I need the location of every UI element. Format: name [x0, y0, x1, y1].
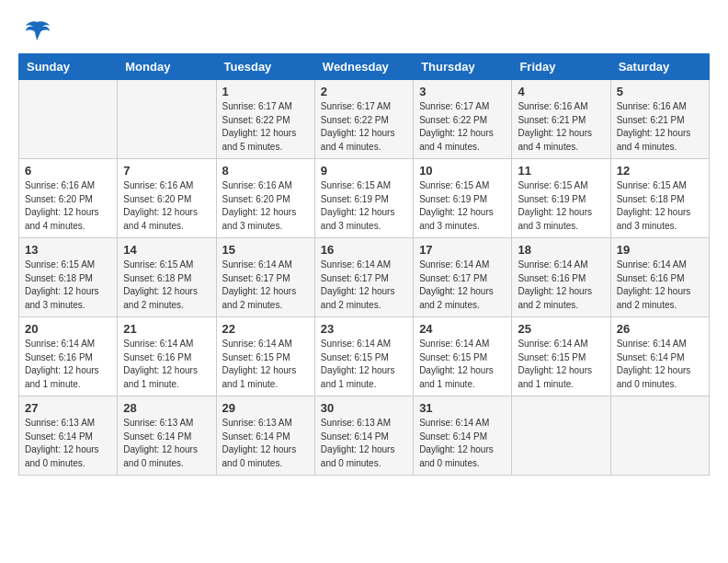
- calendar-cell: [118, 80, 216, 159]
- day-number: 9: [321, 164, 407, 178]
- day-info: Sunrise: 6:16 AM Sunset: 6:21 PM Dayligh…: [518, 100, 604, 154]
- calendar-cell: 15Sunrise: 6:14 AM Sunset: 6:17 PM Dayli…: [216, 238, 314, 317]
- day-info: Sunrise: 6:14 AM Sunset: 6:14 PM Dayligh…: [419, 417, 506, 470]
- day-number: 2: [321, 85, 407, 98]
- calendar-body: 1Sunrise: 6:17 AM Sunset: 6:22 PM Daylig…: [19, 80, 710, 476]
- day-number: 3: [419, 85, 506, 98]
- calendar-week-row: 20Sunrise: 6:14 AM Sunset: 6:16 PM Dayli…: [19, 317, 710, 396]
- weekday-header-tuesday: Tuesday: [216, 54, 314, 80]
- calendar-cell: 2Sunrise: 6:17 AM Sunset: 6:22 PM Daylig…: [314, 80, 413, 159]
- logo: [18, 18, 51, 44]
- day-info: Sunrise: 6:13 AM Sunset: 6:14 PM Dayligh…: [222, 417, 309, 470]
- day-number: 10: [419, 164, 506, 178]
- weekday-header-thursday: Thursday: [414, 54, 512, 80]
- day-info: Sunrise: 6:14 AM Sunset: 6:16 PM Dayligh…: [25, 338, 111, 391]
- day-number: 13: [25, 243, 111, 257]
- weekday-header-wednesday: Wednesday: [314, 54, 413, 80]
- day-info: Sunrise: 6:17 AM Sunset: 6:22 PM Dayligh…: [321, 100, 407, 154]
- calendar-cell: 13Sunrise: 6:15 AM Sunset: 6:18 PM Dayli…: [19, 238, 118, 317]
- logo-bird-icon: [22, 18, 51, 44]
- day-info: Sunrise: 6:14 AM Sunset: 6:14 PM Dayligh…: [617, 338, 703, 391]
- day-number: 25: [518, 322, 604, 336]
- calendar-cell: 4Sunrise: 6:16 AM Sunset: 6:21 PM Daylig…: [512, 80, 610, 159]
- day-info: Sunrise: 6:15 AM Sunset: 6:19 PM Dayligh…: [321, 179, 407, 233]
- calendar-cell: 20Sunrise: 6:14 AM Sunset: 6:16 PM Dayli…: [19, 317, 118, 396]
- calendar-cell: 23Sunrise: 6:14 AM Sunset: 6:15 PM Dayli…: [314, 317, 413, 396]
- day-number: 6: [25, 164, 111, 178]
- day-number: 19: [617, 243, 703, 257]
- day-info: Sunrise: 6:17 AM Sunset: 6:22 PM Dayligh…: [419, 100, 506, 154]
- calendar-cell: 28Sunrise: 6:13 AM Sunset: 6:14 PM Dayli…: [118, 396, 216, 476]
- day-info: Sunrise: 6:15 AM Sunset: 6:18 PM Dayligh…: [123, 259, 210, 312]
- day-number: 5: [617, 85, 703, 98]
- day-info: Sunrise: 6:16 AM Sunset: 6:20 PM Dayligh…: [222, 179, 309, 233]
- day-info: Sunrise: 6:17 AM Sunset: 6:22 PM Dayligh…: [222, 100, 309, 154]
- day-number: 22: [222, 322, 309, 336]
- day-number: 16: [321, 243, 407, 257]
- day-info: Sunrise: 6:16 AM Sunset: 6:20 PM Dayligh…: [123, 179, 210, 233]
- calendar-cell: 30Sunrise: 6:13 AM Sunset: 6:14 PM Dayli…: [314, 396, 413, 476]
- calendar-cell: 7Sunrise: 6:16 AM Sunset: 6:20 PM Daylig…: [118, 159, 216, 238]
- calendar-cell: 1Sunrise: 6:17 AM Sunset: 6:22 PM Daylig…: [216, 80, 314, 159]
- calendar-cell: 29Sunrise: 6:13 AM Sunset: 6:14 PM Dayli…: [216, 396, 314, 476]
- day-info: Sunrise: 6:14 AM Sunset: 6:16 PM Dayligh…: [123, 338, 210, 391]
- calendar-week-row: 13Sunrise: 6:15 AM Sunset: 6:18 PM Dayli…: [19, 238, 710, 317]
- calendar-cell: 24Sunrise: 6:14 AM Sunset: 6:15 PM Dayli…: [414, 317, 512, 396]
- day-number: 12: [617, 164, 703, 178]
- day-info: Sunrise: 6:14 AM Sunset: 6:17 PM Dayligh…: [222, 259, 309, 312]
- day-number: 15: [222, 243, 309, 257]
- day-number: 24: [419, 322, 506, 336]
- day-info: Sunrise: 6:14 AM Sunset: 6:17 PM Dayligh…: [321, 259, 407, 312]
- calendar-cell: 14Sunrise: 6:15 AM Sunset: 6:18 PM Dayli…: [118, 238, 216, 317]
- calendar-cell: 27Sunrise: 6:13 AM Sunset: 6:14 PM Dayli…: [19, 396, 118, 476]
- day-number: 4: [518, 85, 604, 98]
- calendar-cell: 5Sunrise: 6:16 AM Sunset: 6:21 PM Daylig…: [610, 80, 709, 159]
- calendar-cell: 22Sunrise: 6:14 AM Sunset: 6:15 PM Dayli…: [216, 317, 314, 396]
- calendar-cell: 11Sunrise: 6:15 AM Sunset: 6:19 PM Dayli…: [512, 159, 610, 238]
- calendar-cell: 9Sunrise: 6:15 AM Sunset: 6:19 PM Daylig…: [314, 159, 413, 238]
- calendar-table: SundayMondayTuesdayWednesdayThursdayFrid…: [18, 53, 710, 476]
- calendar-week-row: 1Sunrise: 6:17 AM Sunset: 6:22 PM Daylig…: [19, 80, 710, 159]
- day-info: Sunrise: 6:14 AM Sunset: 6:16 PM Dayligh…: [518, 259, 604, 312]
- day-info: Sunrise: 6:14 AM Sunset: 6:15 PM Dayligh…: [222, 338, 309, 391]
- day-info: Sunrise: 6:16 AM Sunset: 6:20 PM Dayligh…: [25, 179, 111, 233]
- day-number: 18: [518, 243, 604, 257]
- calendar-cell: 19Sunrise: 6:14 AM Sunset: 6:16 PM Dayli…: [610, 238, 709, 317]
- day-number: 23: [321, 322, 407, 336]
- day-number: 7: [123, 164, 210, 178]
- day-info: Sunrise: 6:14 AM Sunset: 6:17 PM Dayligh…: [419, 259, 506, 312]
- day-info: Sunrise: 6:14 AM Sunset: 6:16 PM Dayligh…: [617, 259, 703, 312]
- day-number: 30: [321, 401, 407, 415]
- weekday-header-sunday: Sunday: [19, 54, 118, 80]
- calendar-cell: 25Sunrise: 6:14 AM Sunset: 6:15 PM Dayli…: [512, 317, 610, 396]
- day-number: 14: [123, 243, 210, 257]
- day-info: Sunrise: 6:15 AM Sunset: 6:18 PM Dayligh…: [617, 179, 703, 233]
- calendar-cell: 18Sunrise: 6:14 AM Sunset: 6:16 PM Dayli…: [512, 238, 610, 317]
- calendar-cell: 31Sunrise: 6:14 AM Sunset: 6:14 PM Dayli…: [414, 396, 512, 476]
- calendar-cell: 8Sunrise: 6:16 AM Sunset: 6:20 PM Daylig…: [216, 159, 314, 238]
- calendar-cell: [19, 80, 118, 159]
- day-info: Sunrise: 6:14 AM Sunset: 6:15 PM Dayligh…: [518, 338, 604, 391]
- day-number: 8: [222, 164, 309, 178]
- day-info: Sunrise: 6:13 AM Sunset: 6:14 PM Dayligh…: [25, 417, 111, 470]
- day-number: 20: [25, 322, 111, 336]
- day-info: Sunrise: 6:15 AM Sunset: 6:19 PM Dayligh…: [419, 179, 506, 233]
- calendar-cell: 10Sunrise: 6:15 AM Sunset: 6:19 PM Dayli…: [414, 159, 512, 238]
- weekday-header-saturday: Saturday: [610, 54, 709, 80]
- calendar-cell: 17Sunrise: 6:14 AM Sunset: 6:17 PM Dayli…: [414, 238, 512, 317]
- day-info: Sunrise: 6:13 AM Sunset: 6:14 PM Dayligh…: [123, 417, 210, 470]
- calendar-cell: 16Sunrise: 6:14 AM Sunset: 6:17 PM Dayli…: [314, 238, 413, 317]
- day-number: 11: [518, 164, 604, 178]
- page-header: [18, 18, 710, 44]
- day-number: 31: [419, 401, 506, 415]
- calendar-week-row: 27Sunrise: 6:13 AM Sunset: 6:14 PM Dayli…: [19, 396, 710, 476]
- day-number: 17: [419, 243, 506, 257]
- calendar-cell: 6Sunrise: 6:16 AM Sunset: 6:20 PM Daylig…: [19, 159, 118, 238]
- day-info: Sunrise: 6:13 AM Sunset: 6:14 PM Dayligh…: [321, 417, 407, 470]
- day-info: Sunrise: 6:14 AM Sunset: 6:15 PM Dayligh…: [321, 338, 407, 391]
- day-info: Sunrise: 6:15 AM Sunset: 6:19 PM Dayligh…: [518, 179, 604, 233]
- day-info: Sunrise: 6:14 AM Sunset: 6:15 PM Dayligh…: [419, 338, 506, 391]
- calendar-cell: 3Sunrise: 6:17 AM Sunset: 6:22 PM Daylig…: [414, 80, 512, 159]
- calendar-cell: [610, 396, 709, 476]
- day-info: Sunrise: 6:16 AM Sunset: 6:21 PM Dayligh…: [617, 100, 703, 154]
